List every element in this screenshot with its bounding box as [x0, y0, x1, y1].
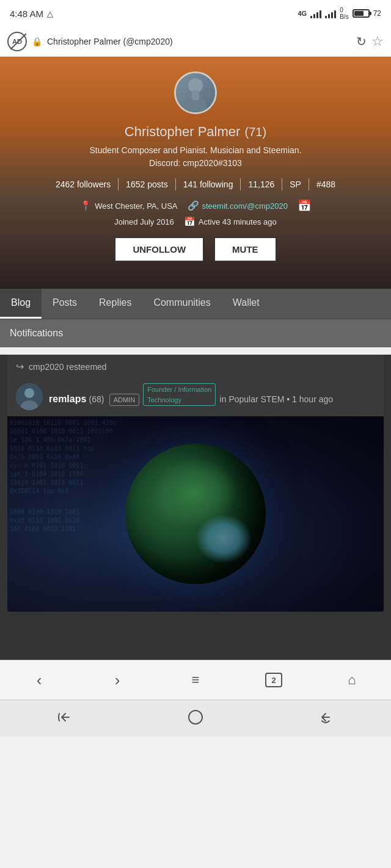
tabs-button[interactable]: 2 [258, 668, 289, 692]
resteemed-icon: ↪ [16, 361, 24, 372]
svg-rect-2 [192, 90, 199, 100]
sp-label: SP [282, 178, 309, 190]
community-badge-1[interactable]: Founder / Information Technology [143, 383, 216, 406]
home-button[interactable]: ⌂ [337, 668, 367, 692]
author-name[interactable]: remlaps [49, 394, 86, 404]
url-display[interactable]: Christopher Palmer (@cmp2020) [47, 37, 351, 46]
joined-item: Joined July 2016 [114, 217, 174, 226]
svg-point-4 [24, 388, 34, 398]
android-back-button[interactable] [52, 706, 79, 728]
notifications-label: Notifications [10, 328, 63, 338]
browser-bottom-nav: ‹ › ≡ 2 ⌂ [0, 660, 391, 700]
status-indicators: 4G 0B/s 72 [298, 7, 382, 20]
post-image[interactable]: 01001010 10110 0001 1001 418c 10001 0100… [7, 416, 384, 612]
navigation-icon: △ [47, 9, 53, 18]
active-icon: 📅 [184, 216, 196, 227]
earth-scene: 01001010 10110 0001 1001 418c 10001 0100… [7, 416, 384, 612]
author-score: (68) [89, 394, 104, 404]
profile-header: Christopher Palmer (71) Student Composer… [0, 57, 391, 289]
ad-block-icon[interactable]: AD [7, 32, 27, 51]
resteemed-bar: ↪ cmp2020 resteemed [7, 355, 384, 378]
post-meta: in Popular STEM • 1 hour ago [220, 394, 333, 404]
signal-strength-icon [310, 9, 321, 18]
author-avatar [16, 383, 43, 410]
battery-icon [353, 9, 370, 18]
feed-card: ↪ cmp2020 resteemed remlaps (68) ADMIN F… [7, 355, 384, 612]
address-bar: AD 🔒 Christopher Palmer (@cmp2020) ↻ ☆ [0, 27, 391, 57]
active-item: 📅 Active 43 minutes ago [184, 216, 277, 227]
followers-stat: 2462 followers [48, 178, 119, 190]
android-recents-button[interactable] [312, 706, 339, 728]
tab-replies[interactable]: Replies [88, 289, 142, 319]
calendar-icon: 📅 [298, 199, 311, 212]
website-item[interactable]: 🔗 steemit.com/@cmp2020 [188, 200, 288, 211]
profile-avatar [174, 71, 217, 114]
feed-container: ↪ cmp2020 resteemed remlaps (68) ADMIN F… [0, 355, 391, 660]
android-home-button[interactable] [182, 706, 209, 728]
tab-communities[interactable]: Communities [142, 289, 221, 319]
android-nav [0, 700, 391, 737]
notifications-bar: Notifications [0, 319, 391, 347]
status-bar: 4:48 AM △ 4G 0B/s 72 [0, 0, 391, 27]
reload-icon[interactable]: ↻ [356, 34, 367, 49]
battery-level [354, 11, 364, 16]
sp-stat: 11,126 [241, 178, 282, 190]
back-button[interactable]: ‹ [24, 668, 54, 692]
bookmark-icon[interactable]: ☆ [371, 34, 384, 49]
signal-strength-2-icon [325, 9, 336, 18]
mute-button[interactable]: MUTE [214, 237, 277, 262]
admin-badge: ADMIN [109, 394, 139, 407]
unfollow-button[interactable]: UNFOLLOW [114, 237, 204, 262]
forward-button[interactable]: › [102, 668, 133, 692]
location-icon: 📍 [80, 200, 92, 211]
location-item: 📍 West Chester, PA, USA [80, 200, 177, 211]
rank-stat: #488 [309, 178, 343, 190]
avatar-image [176, 73, 215, 112]
tab-blog[interactable]: Blog [0, 289, 42, 319]
link-icon: 🔗 [188, 200, 199, 211]
resteemed-text: cmp2020 resteemed [29, 362, 107, 372]
menu-button[interactable]: ≡ [180, 668, 211, 692]
svg-point-6 [189, 711, 202, 724]
profile-bio: Student Composer and Pianist. Musician a… [10, 144, 381, 170]
following-stat: 141 following [176, 178, 241, 190]
profile-stats: 2462 followers 1652 posts 141 following … [10, 178, 381, 190]
profile-tabs: Blog Posts Replies Communities Wallet [0, 289, 391, 319]
lock-icon: 🔒 [32, 37, 42, 46]
profile-name-display: Christopher Palmer (71) [10, 121, 381, 140]
tab-posts[interactable]: Posts [42, 289, 88, 319]
author-info: remlaps (68) ADMIN Founder / Information… [49, 383, 375, 407]
profile-actions: UNFOLLOW MUTE [10, 237, 381, 262]
profile-score: (71) [245, 125, 267, 139]
tab-wallet[interactable]: Wallet [222, 289, 271, 319]
post-author-row: remlaps (68) ADMIN Founder / Information… [7, 378, 384, 416]
time-display: 4:48 AM [10, 9, 43, 19]
posts-stat: 1652 posts [119, 178, 176, 190]
tab-count: 2 [265, 673, 282, 687]
data-speed: 0B/s [340, 7, 348, 20]
battery-percent: 72 [373, 9, 381, 18]
status-time: 4:48 AM △ [10, 9, 53, 19]
earth-globe [125, 444, 266, 584]
network-label: 4G [298, 10, 307, 17]
profile-meta: 📍 West Chester, PA, USA 🔗 steemit.com/@c… [10, 199, 381, 227]
